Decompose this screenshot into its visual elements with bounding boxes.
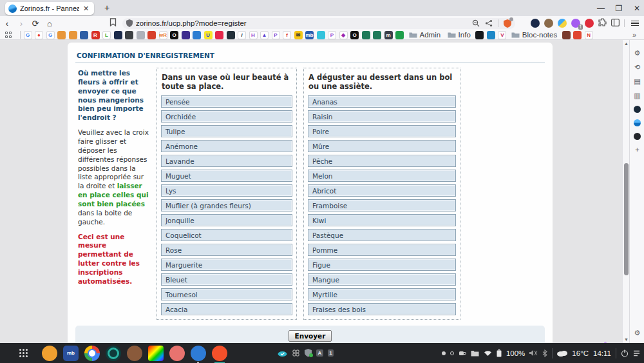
bookmark-item[interactable] [137,31,145,39]
sidebar-reader-icon[interactable]: ▥ [630,92,644,100]
wifi-icon[interactable] [484,350,492,357]
draggable-fruit-item[interactable]: Melon [308,170,456,182]
draggable-flower-item[interactable]: Tournesol [161,288,292,300]
extension-icon-3[interactable] [558,19,567,28]
draggable-fruit-item[interactable]: Poire [308,125,456,137]
bookmark-item[interactable]: / [238,31,246,39]
weather-cloud-icon[interactable] [557,349,567,357]
zoom-out-icon[interactable] [472,19,480,27]
caffeine-icon[interactable] [459,350,466,357]
sidebar-webpanel-1[interactable] [634,106,641,113]
draggable-fruit-item[interactable]: Ananas [308,95,456,108]
bookmark-item[interactable]: H [249,31,258,39]
bookmark-item[interactable]: ▲ [260,31,269,39]
battery-icon[interactable] [497,349,502,357]
draggable-flower-item[interactable]: Coquelicot [161,229,292,241]
bookmark-item[interactable] [57,31,66,39]
url-bar[interactable]: zorinos.fr/ucp.php?mode=register [122,18,515,29]
app-launcher-icon[interactable] [19,349,28,357]
bookmark-item[interactable] [362,31,370,39]
keyboard-layout-indicator[interactable]: A [316,349,323,357]
bookmark-item[interactable]: V [498,31,506,39]
bookmark-item[interactable] [125,31,133,39]
bookmark-item[interactable]: O [170,31,178,39]
bookmark-item[interactable] [215,31,223,39]
bookmark-item[interactable]: P [272,31,280,39]
clock-label[interactable]: 14:11 [593,349,611,357]
bookmark-item[interactable]: m [384,31,393,39]
bookmark-item[interactable]: Info [446,31,473,39]
sidebar-add-panel[interactable]: + [630,146,644,153]
tray-counter-badge[interactable]: 1 [328,349,334,357]
bookmark-item[interactable]: P [328,31,336,39]
draggable-fruit-item[interactable]: Myrtille [308,288,456,300]
bookmark-item[interactable] [227,31,235,39]
bookmark-item[interactable] [562,31,571,39]
home-button[interactable]: ⌂ [43,19,57,28]
draggable-flower-item[interactable]: Rose [161,244,292,256]
menu-icon[interactable] [631,21,639,26]
draggable-fruit-item[interactable]: Abricot [308,184,456,197]
taskbar-app-icon[interactable]: mb [63,346,79,361]
browser-tab[interactable]: Zorinos.fr - Panneau de contrôle de l'ut… [5,2,94,15]
extension-icon-5[interactable] [585,19,594,28]
new-tab-button[interactable]: + [100,2,113,15]
minimize-button[interactable]: — [596,4,605,13]
bookmark-item[interactable] [147,31,156,39]
sidebar-save-icon[interactable]: ▤ [630,77,644,86]
close-button[interactable]: ✕ [632,4,641,13]
draggable-flower-item[interactable]: Tulipe [161,125,292,137]
bookmark-item[interactable]: L [102,31,111,39]
back-button[interactable]: ‹ [0,19,14,28]
taskbar-app-icon[interactable] [106,346,121,361]
bluetooth-icon[interactable] [542,349,547,357]
draggable-fruit-item[interactable]: Framboise [308,199,456,211]
taskbar-app-icon[interactable] [42,346,57,361]
taskbar-app-icon[interactable] [191,346,206,361]
security-shield-icon[interactable] [305,349,312,357]
temperature-label[interactable]: 16°C [572,349,589,357]
draggable-fruit-item[interactable]: Raisin [308,110,456,123]
draggable-flower-item[interactable]: Acacia [161,303,292,315]
draggable-flower-item[interactable]: Lys [161,184,292,197]
sidebar-webpanel-2[interactable] [634,133,641,140]
extension-icon-4[interactable]: 1 [571,19,580,28]
sidebar-webpanel-zorin[interactable] [634,119,641,126]
bookmark-item[interactable]: wR [159,31,167,39]
bookmark-item[interactable]: G [46,31,55,39]
sidebar-history-icon[interactable]: ⟲ [630,63,644,72]
draggable-flower-item[interactable]: Muguet [161,170,292,182]
bookmark-item[interactable] [69,31,77,39]
bookmark-icon[interactable] [107,18,118,28]
draggable-flower-item[interactable]: Marguerite [161,259,292,271]
bookmark-item[interactable] [475,31,484,39]
submit-button[interactable]: Envoyer [289,330,332,342]
volume-muted-icon[interactable] [529,349,538,357]
settings-daemon-icon[interactable] [292,349,300,357]
share-icon[interactable] [485,19,493,27]
taskbar-app-icon[interactable] [127,346,142,361]
bookmark-item[interactable]: ◆ [339,31,348,39]
bookmark-item[interactable]: U [204,31,213,39]
bookmark-item[interactable]: ● [35,31,43,39]
bookmark-item[interactable]: Admin [407,31,443,39]
bookmark-item[interactable]: G [24,31,32,39]
bookmark-item[interactable]: O [350,31,359,39]
bookmark-item[interactable]: mb [305,31,314,39]
bookmark-item[interactable]: Bloc-notes [509,31,559,39]
bookmark-item[interactable]: R [91,31,100,39]
draggable-fruit-item[interactable]: Fraises des bois [308,303,456,315]
taskbar-app-icon[interactable] [169,346,185,361]
page-scrollbar[interactable]: ▲ ▼ [622,40,629,343]
reload-button[interactable]: ⟳ [28,19,43,28]
bookmarks-overflow-chevron[interactable]: » [630,31,639,39]
bookmark-item[interactable] [487,31,495,39]
bookmark-item[interactable]: N [585,31,593,39]
tab-groups-icon[interactable] [5,32,12,38]
sidebar-bottom-settings-icon[interactable]: ⚙ [630,329,644,337]
draggable-flower-item[interactable]: Bleuet [161,273,292,286]
sidebar-settings-icon[interactable]: ⚙ [630,49,644,57]
bookmark-item[interactable] [80,31,88,39]
draggable-fruit-item[interactable]: Pêche [308,155,456,167]
bookmark-item[interactable] [373,31,381,39]
